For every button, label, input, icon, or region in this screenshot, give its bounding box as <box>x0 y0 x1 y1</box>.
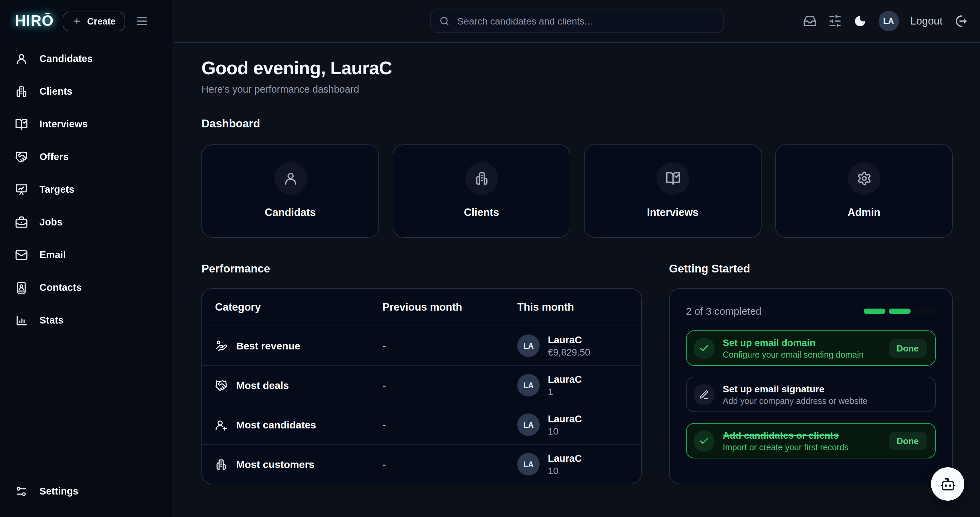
dark-mode-moon-icon[interactable] <box>853 14 867 28</box>
user-plus-icon <box>215 418 227 431</box>
logout-exit-icon[interactable] <box>954 14 968 28</box>
brand-logo: HIRŌ <box>15 12 54 30</box>
content-row: Performance Category Previous month This… <box>202 262 980 484</box>
getting-started-progress: 2 of 3 completed <box>686 305 936 317</box>
sidebar-item-settings[interactable]: Settings <box>0 475 173 507</box>
winner-name: LauraC <box>548 373 582 385</box>
category-label: Most deals <box>236 380 289 391</box>
app-root: HIRŌ Create Candidates Clients Interview… <box>0 0 980 517</box>
card-icon-circle <box>656 162 689 195</box>
category-label: Most customers <box>236 458 314 470</box>
sidebar-item-clients[interactable]: Clients <box>0 75 173 108</box>
inbox-icon[interactable] <box>803 14 816 28</box>
card-icon-circle <box>274 162 307 195</box>
sidebar-footer: Settings <box>0 475 173 517</box>
pencil-circle <box>694 384 714 405</box>
search-bar[interactable] <box>430 10 724 33</box>
sidebar-item-contacts[interactable]: Contacts <box>0 271 173 304</box>
contact-book-icon <box>15 281 28 294</box>
progress-segment <box>864 308 885 314</box>
search-icon <box>439 16 450 27</box>
winner-name: LauraC <box>548 453 582 464</box>
dashboard-card-clients[interactable]: Clients <box>393 144 570 238</box>
book-check-icon <box>665 171 680 186</box>
this-month-cell: LA LauraC 10 <box>517 413 628 436</box>
sidebar-item-label: Targets <box>40 184 75 195</box>
check-circle <box>694 338 714 359</box>
topbar: LA Logout <box>174 0 980 43</box>
sidebar-item-offers[interactable]: Offers <box>0 140 173 173</box>
building-icon <box>215 458 227 470</box>
avatar: LA <box>517 453 540 476</box>
column-header-category: Category <box>215 301 382 313</box>
previous-month-value: - <box>382 419 517 431</box>
settings-sliders-icon <box>15 485 28 498</box>
check-icon <box>699 343 709 353</box>
checklist-item-email-domain[interactable]: Set up email domain Configure your email… <box>686 330 936 366</box>
progress-label: 2 of 3 completed <box>686 305 762 317</box>
dashboard-card-admin[interactable]: Admin <box>775 144 953 238</box>
category-label: Best revenue <box>236 340 300 351</box>
dashboard-card-interviews[interactable]: Interviews <box>584 144 762 238</box>
sidebar-item-label: Offers <box>40 151 68 162</box>
assistant-fab-button[interactable] <box>931 467 964 501</box>
sidebar-item-label: Email <box>40 249 66 260</box>
progress-bar <box>864 308 936 314</box>
create-button-label: Create <box>87 16 116 26</box>
pencil-icon <box>699 389 709 399</box>
table-row-most-candidates: Most candidates - LA LauraC 10 <box>202 405 641 444</box>
this-month-cell: LA LauraC 10 <box>517 453 628 476</box>
done-badge: Done <box>888 431 927 450</box>
sidebar-item-email[interactable]: Email <box>0 238 173 271</box>
getting-started-section: Getting Started 2 of 3 completed Set up … <box>669 262 953 484</box>
checklist-item-add-records[interactable]: Add candidates or clients Import or crea… <box>686 423 936 458</box>
winner-name: LauraC <box>548 334 590 345</box>
performance-title: Performance <box>202 262 642 275</box>
checklist-item-title: Set up email signature <box>723 383 867 394</box>
card-label: Admin <box>848 206 880 219</box>
checklist-item-email-signature[interactable]: Set up email signature Add your company … <box>686 377 936 412</box>
category-cell: Most customers <box>215 458 382 470</box>
menu-icon[interactable] <box>135 14 149 28</box>
card-icon-circle <box>848 162 880 195</box>
handshake-icon <box>215 379 227 391</box>
search-input[interactable] <box>456 15 715 27</box>
gear-icon <box>856 171 872 186</box>
main-content: Good evening, LauraC Here's your perform… <box>174 42 980 517</box>
performance-section: Performance Category Previous month This… <box>202 262 642 484</box>
sidebar-item-targets[interactable]: Targets <box>0 173 173 206</box>
previous-month-value: - <box>382 380 517 391</box>
checklist-item-title: Set up email domain <box>723 337 864 348</box>
previous-month-value: - <box>382 458 517 470</box>
sidebar-item-label: Jobs <box>40 217 63 228</box>
getting-started-title: Getting Started <box>669 262 953 275</box>
mail-icon <box>15 248 28 261</box>
checklist-item-title: Add candidates or clients <box>723 429 849 440</box>
filters-sliders-icon[interactable] <box>828 14 842 28</box>
card-label: Clients <box>464 206 499 219</box>
create-button[interactable]: Create <box>63 11 125 31</box>
sidebar: HIRŌ Create Candidates Clients Interview… <box>0 0 174 517</box>
avatar[interactable]: LA <box>878 11 899 31</box>
category-cell: Most deals <box>215 379 382 391</box>
sidebar-item-candidates[interactable]: Candidates <box>0 42 173 75</box>
sidebar-item-stats[interactable]: Stats <box>0 304 173 337</box>
sidebar-item-label: Candidates <box>40 53 92 64</box>
winner-value: 10 <box>548 425 582 436</box>
winner-name: LauraC <box>548 413 582 424</box>
sidebar-item-label: Clients <box>40 86 73 97</box>
sidebar-nav: Candidates Clients Interviews Offers Tar… <box>0 42 173 337</box>
hand-coins-icon <box>215 340 227 352</box>
logout-button[interactable]: Logout <box>910 15 943 27</box>
topbar-actions: LA Logout <box>803 0 968 42</box>
sidebar-item-jobs[interactable]: Jobs <box>0 206 173 238</box>
avatar: LA <box>517 334 540 357</box>
dashboard-card-candidates[interactable]: Candidats <box>202 144 379 238</box>
winner-value: €9,829.50 <box>548 346 590 357</box>
sidebar-item-interviews[interactable]: Interviews <box>0 108 173 140</box>
briefcase-icon <box>15 215 28 228</box>
column-header-previous-month: Previous month <box>382 301 517 313</box>
this-month-cell: LA LauraC 1 <box>517 373 628 397</box>
performance-table: Category Previous month This month Best … <box>202 288 642 484</box>
checklist-item-subtitle: Add your company address or website <box>723 396 867 405</box>
